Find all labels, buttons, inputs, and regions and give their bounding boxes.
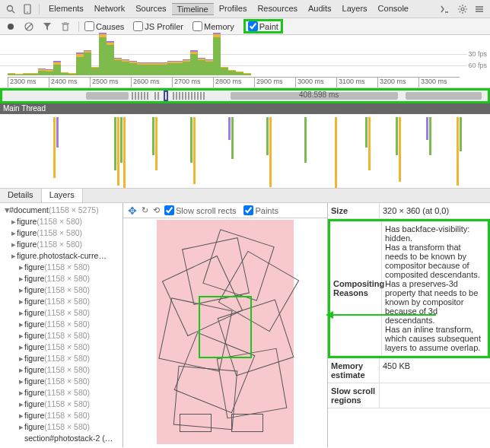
- flame-event[interactable]: [193, 114, 196, 188]
- console-toggle-icon[interactable]: [438, 2, 453, 17]
- flame-event[interactable]: [304, 114, 307, 188]
- flame-event[interactable]: [114, 114, 116, 188]
- tree-item[interactable]: ▸figure (1158 × 580): [3, 376, 123, 387]
- flame-event[interactable]: [266, 114, 269, 188]
- flame-event[interactable]: [152, 114, 154, 188]
- tree-item[interactable]: ▸figure (1158 × 580): [3, 364, 123, 376]
- tree-item-last[interactable]: section#photostack-2 (…: [3, 433, 123, 444]
- flame-event[interactable]: [123, 114, 126, 188]
- tree-item[interactable]: ▸figure (1158 × 580): [3, 273, 123, 284]
- pan-icon[interactable]: ✥: [128, 205, 137, 217]
- tree-item[interactable]: ▸figure (1158 × 580): [3, 262, 123, 273]
- ruler-tick: 3200 ms: [377, 78, 418, 87]
- tree-item[interactable]: ▸figure (1158 × 580): [3, 421, 123, 433]
- tree-item-photostack[interactable]: ▸figure.photostack-curre…: [3, 250, 123, 262]
- tab-elements[interactable]: Elements: [43, 3, 89, 15]
- tree-item[interactable]: ▸figure (1158 × 580): [3, 353, 123, 364]
- flame-event[interactable]: [457, 114, 459, 188]
- layer-rect[interactable]: [231, 414, 263, 432]
- tab-resources[interactable]: Resources: [252, 3, 303, 15]
- flame-event[interactable]: [426, 114, 428, 188]
- reset-icon[interactable]: ⟲: [153, 205, 160, 215]
- tree-item[interactable]: ▸figure (1158 × 580): [3, 399, 123, 410]
- tab-network[interactable]: Network: [89, 3, 130, 15]
- flame-chart[interactable]: [0, 114, 490, 189]
- tree-item[interactable]: ▸figure (1158 × 580): [3, 342, 123, 353]
- overview-strip[interactable]: 408.598 ms: [0, 88, 490, 103]
- causes-label: Causes: [96, 22, 124, 31]
- flame-event[interactable]: [53, 114, 56, 188]
- flame-event[interactable]: [155, 114, 158, 188]
- record-icon[interactable]: [3, 19, 18, 34]
- overview-time-label: 408.598 ms: [299, 91, 339, 99]
- fps-bar: [99, 33, 107, 75]
- clear-icon[interactable]: [21, 19, 37, 34]
- flame-event[interactable]: [399, 114, 401, 188]
- flame-event[interactable]: [56, 114, 59, 188]
- causes-checkbox[interactable]: Causes: [84, 21, 124, 31]
- tab-details[interactable]: Details: [0, 189, 42, 202]
- details-tabs: Details Layers: [0, 189, 490, 203]
- flame-event[interactable]: [190, 114, 192, 188]
- paint-checkbox[interactable]: Paint: [248, 21, 278, 31]
- svg-point-4: [461, 8, 464, 11]
- flame-event[interactable]: [228, 114, 231, 188]
- flame-event[interactable]: [269, 114, 272, 188]
- tab-audits[interactable]: Audits: [303, 3, 337, 15]
- tab-sources[interactable]: Sources: [130, 3, 171, 15]
- tab-console[interactable]: Console: [373, 3, 414, 15]
- flame-event[interactable]: [365, 114, 368, 188]
- tree-root[interactable]: ▼#document (1158 × 5275): [3, 205, 123, 216]
- layer-rect[interactable]: [180, 414, 212, 432]
- slow-rects-checkbox[interactable]: Slow scroll rects: [164, 205, 236, 215]
- annotation-arrow: [332, 314, 436, 316]
- device-icon[interactable]: [20, 2, 35, 17]
- layer-tree[interactable]: ▼#document (1158 × 5275)▸figure (1158 × …: [0, 203, 123, 447]
- filter-icon[interactable]: [40, 19, 55, 34]
- flame-event[interactable]: [120, 114, 123, 188]
- tab-layers[interactable]: Layers: [337, 3, 373, 15]
- info-scroll-key: Slow scroll regions: [328, 383, 380, 408]
- fps-chart[interactable]: 30 fps 60 fps 2300 ms2400 ms2500 ms2600 …: [0, 35, 490, 88]
- drawer-menu-icon[interactable]: [472, 2, 487, 17]
- flame-event[interactable]: [231, 114, 234, 188]
- ruler-tick: 2400 ms: [49, 78, 90, 87]
- flame-event[interactable]: [460, 114, 462, 188]
- tree-item[interactable]: ▸figure (1158 × 580): [3, 330, 123, 342]
- paint-label: Paint: [259, 22, 278, 31]
- tree-item[interactable]: ▸figure (1158 × 580): [3, 227, 123, 239]
- svg-point-0: [8, 5, 13, 11]
- flame-event[interactable]: [396, 114, 398, 188]
- ruler-tick: 2700 ms: [172, 78, 213, 87]
- tree-item[interactable]: ▸figure (1158 × 580): [3, 239, 123, 250]
- flame-event[interactable]: [117, 114, 119, 188]
- rotate-icon[interactable]: ↻: [142, 205, 148, 215]
- tree-item[interactable]: ▸figure (1158 × 580): [3, 216, 123, 227]
- tab-layers[interactable]: Layers: [42, 189, 83, 202]
- jsprofiler-checkbox[interactable]: JS Profiler: [133, 21, 183, 31]
- flame-event[interactable]: [429, 114, 431, 188]
- flame-event[interactable]: [335, 114, 337, 188]
- overview-selection[interactable]: [164, 91, 168, 101]
- fps-bar: [23, 73, 30, 75]
- tree-item[interactable]: ▸figure (1158 × 580): [3, 307, 123, 319]
- memory-checkbox[interactable]: Memory: [192, 21, 234, 31]
- ruler-tick: 2600 ms: [131, 78, 172, 87]
- tree-item[interactable]: ▸figure (1158 × 580): [3, 319, 123, 330]
- tab-timeline[interactable]: Timeline: [172, 3, 214, 15]
- tree-item[interactable]: ▸figure (1158 × 580): [3, 296, 123, 307]
- search-icon[interactable]: [3, 2, 18, 17]
- layer-canvas[interactable]: [123, 218, 327, 447]
- fps-bar: [152, 62, 160, 75]
- gear-icon[interactable]: [455, 2, 470, 17]
- garbage-icon[interactable]: [58, 19, 73, 34]
- tree-item[interactable]: ▸figure (1158 × 580): [3, 284, 123, 296]
- tree-item[interactable]: ▸figure (1158 × 580): [3, 410, 123, 421]
- tab-profiles[interactable]: Profiles: [214, 3, 253, 15]
- fps-bar: [183, 59, 190, 75]
- timeline-filterbar: Causes JS Profiler Memory Paint: [0, 18, 490, 35]
- tree-item[interactable]: ▸figure (1158 × 580): [3, 387, 123, 399]
- flame-event[interactable]: [368, 114, 371, 188]
- layer-rect-selected[interactable]: [199, 296, 252, 358]
- paints-checkbox[interactable]: Paints: [243, 205, 278, 215]
